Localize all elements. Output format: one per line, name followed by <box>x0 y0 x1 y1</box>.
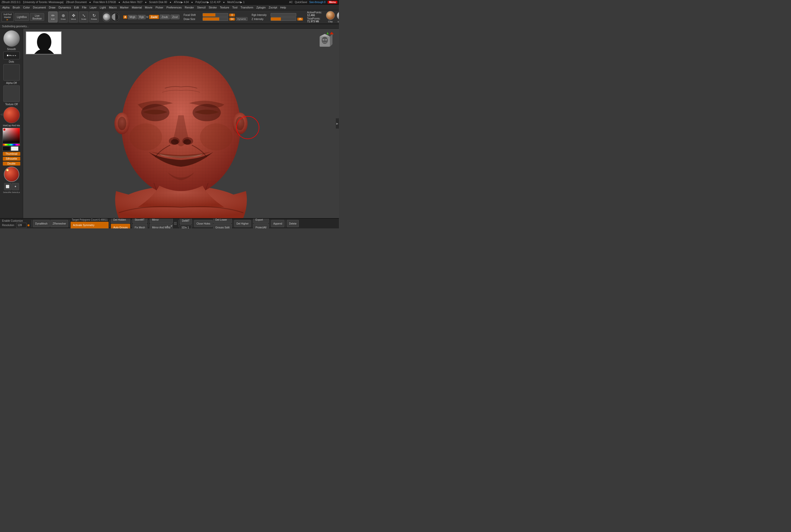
enable-customize-section: Enable Customize Resolution <box>1 220 30 228</box>
half-circle-toggle-btn[interactable] <box>111 12 119 22</box>
menu-stencil[interactable]: Stencil <box>196 6 207 9</box>
arrow-up-icon[interactable]: ▲ <box>166 224 169 228</box>
viewport[interactable]: ▶ <box>23 29 339 218</box>
append-btn[interactable]: Append <box>271 220 284 227</box>
circle-toggle-btn[interactable] <box>103 12 110 22</box>
menu-dynamics[interactable]: Dynamics <box>57 6 72 9</box>
menu-brush[interactable]: Brush <box>11 6 21 9</box>
lightbox-btn[interactable]: LightBox <box>15 13 29 21</box>
rotate-btn[interactable]: ↻ Rotate <box>89 12 99 22</box>
active-points-label: ActivePoints: 12,466 <box>307 11 322 17</box>
menu-zscript[interactable]: Zscript <box>267 6 279 9</box>
color-picker[interactable] <box>3 128 21 151</box>
zadd-btn[interactable]: Zadd <box>149 15 159 19</box>
matcap-sphere[interactable] <box>3 107 20 123</box>
edit-label: Edit <box>51 18 55 20</box>
quicksave-btn[interactable]: QuickSave <box>295 1 307 4</box>
color-hue-bar[interactable] <box>3 144 20 146</box>
del-hidden-btn[interactable]: Del Hidden <box>111 218 130 223</box>
del-mt-btn[interactable]: DelMT <box>180 218 192 224</box>
white-swatch[interactable] <box>11 146 18 151</box>
move-btn[interactable]: ✥ Move <box>69 12 78 22</box>
delete-btn[interactable]: Delete <box>287 220 299 227</box>
menu-btn[interactable]: Menu <box>327 1 337 4</box>
scale-btn[interactable]: ⤡ Scale <box>79 12 88 22</box>
menu-transform[interactable]: Transform <box>239 6 255 9</box>
menu-tool[interactable]: Tool <box>231 6 239 9</box>
silhouette-btn[interactable]: Silhouette <box>3 157 20 161</box>
mirror-btn[interactable]: Mirror <box>150 218 173 223</box>
thumbnail-btn[interactable]: Thumbnail <box>3 152 20 156</box>
select-rect-btn[interactable]: ⬜ <box>4 183 11 190</box>
rgb-intensity-track[interactable] <box>270 13 296 17</box>
menu-color[interactable]: Color <box>22 6 31 9</box>
bullet: ● <box>89 1 91 4</box>
store-mt-btn[interactable]: StoreMT <box>132 218 148 223</box>
del-lower-btn[interactable]: Del Lower <box>213 218 232 223</box>
select-buttons: ⬜ ✦ <box>4 183 19 190</box>
color-gradient[interactable] <box>3 128 20 143</box>
right-panel-toggle[interactable]: ▶ <box>336 118 339 129</box>
menu-light[interactable]: Light <box>99 6 107 9</box>
zremesher-btn[interactable]: ZRemesher <box>50 220 68 227</box>
menu-macro[interactable]: Macro <box>108 6 118 9</box>
menu-texture[interactable]: Texture <box>219 6 230 9</box>
clay-btn[interactable]: Clay <box>326 11 335 23</box>
export-btn[interactable]: Export <box>253 218 268 223</box>
live-boolean-btn[interactable]: Live Boolean <box>30 13 44 21</box>
dots-preview[interactable] <box>3 52 20 59</box>
black-swatch[interactable] <box>3 146 10 151</box>
brush-sphere[interactable] <box>3 30 20 47</box>
menu-help[interactable]: Help <box>279 6 287 9</box>
auto-groups-btn[interactable]: Auto Groups <box>111 224 130 228</box>
svg-marker-20 <box>326 32 328 34</box>
menu-layer[interactable]: Layer <box>88 6 98 9</box>
del-higher-btn[interactable]: Del Higher <box>234 220 251 227</box>
draw-size-track[interactable] <box>203 17 228 21</box>
texture-preview[interactable] <box>3 86 20 102</box>
activate-symmetry-btn[interactable]: Activate Symmetry <box>71 222 109 229</box>
menu-file[interactable]: File <box>81 6 88 9</box>
zsub-btn[interactable]: Zsub <box>160 15 169 19</box>
draw-btn[interactable]: ⊕ Draw <box>58 12 68 22</box>
left-gizmo[interactable]: ◁ <box>0 109 3 119</box>
arrow-down-icon[interactable]: ▼ <box>170 224 173 228</box>
menu-edit[interactable]: Edit <box>73 6 80 9</box>
see-through-btn[interactable]: See-through 0 <box>309 1 325 4</box>
project-all-btn[interactable]: ProjectAll <box>253 224 268 228</box>
rgb-btn[interactable]: Rgb <box>138 15 145 19</box>
snakehook-btn[interactable]: SnakeH <box>337 11 339 23</box>
dynamic-btn[interactable]: Dynamic <box>236 17 247 21</box>
resolution-input[interactable] <box>16 223 26 228</box>
mrgb-btn[interactable]: Mrgb <box>128 15 137 19</box>
menu-picker[interactable]: Picker <box>154 6 165 9</box>
menu-stroke[interactable]: Stroke <box>207 6 218 9</box>
menu-movie[interactable]: Movie <box>144 6 153 9</box>
orientation-widget[interactable] <box>316 31 336 52</box>
menu-zplugin[interactable]: Zplugin <box>255 6 267 9</box>
focal-shift-track[interactable] <box>203 13 228 17</box>
dynamesh-btn[interactable]: DynaMesh <box>33 220 50 227</box>
svg-point-15 <box>118 117 126 130</box>
menu-marker[interactable]: Marker <box>119 6 130 9</box>
edit-btn[interactable]: ✏ Edit <box>48 12 57 22</box>
fix-mesh-btn[interactable]: Fix Mesh <box>132 224 148 228</box>
zcut-btn[interactable]: Zcut <box>170 15 180 19</box>
menu-material[interactable]: Material <box>130 6 143 9</box>
small-sphere[interactable] <box>4 167 19 182</box>
document-name: ZBrush Document <box>66 1 87 4</box>
menu-preferences[interactable]: Preferences <box>165 6 183 9</box>
canvas-area[interactable]: ▶ <box>23 29 339 218</box>
menu-document[interactable]: Document <box>32 6 47 9</box>
double-btn[interactable]: Double <box>3 162 20 166</box>
alpha-preview[interactable] <box>3 64 20 81</box>
groups-split-btn[interactable]: Groups Split <box>213 224 232 228</box>
close-holes-btn[interactable]: Close Holes <box>194 220 212 227</box>
menu-alpha[interactable]: Alpha <box>1 6 11 9</box>
select-lasso-btn[interactable]: ✦ <box>12 183 19 190</box>
z-intensity-track[interactable] <box>270 17 296 21</box>
subtool-master-btn[interactable]: SubToolMaster ▶ <box>2 12 14 22</box>
menu-draw[interactable]: Draw <box>48 6 57 9</box>
m-label: M <box>146 16 148 18</box>
menu-render[interactable]: Render <box>184 6 195 9</box>
